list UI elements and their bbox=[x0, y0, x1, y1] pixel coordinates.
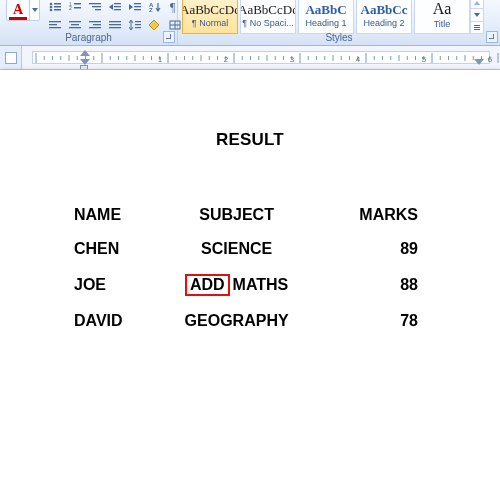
document-page[interactable]: RESULT NAME SUBJECT MARKS CHENSCIENCE89J… bbox=[0, 70, 500, 500]
increase-indent-button[interactable] bbox=[126, 0, 144, 15]
ribbon-group-styles: AaBbCcDc¶ NormalAaBbCcDc¶ No Spaci...AaB… bbox=[178, 0, 500, 45]
svg-rect-16 bbox=[134, 3, 141, 4]
ribbon: A 12 bbox=[0, 0, 500, 46]
style-chip[interactable]: AaBbCHeading 1 bbox=[298, 0, 354, 34]
justify-button[interactable] bbox=[106, 17, 124, 33]
style-chip[interactable]: AaBbCcDc¶ No Spaci... bbox=[240, 0, 296, 34]
svg-rect-28 bbox=[89, 21, 101, 22]
align-center-button[interactable] bbox=[66, 17, 84, 33]
svg-rect-22 bbox=[49, 21, 61, 22]
svg-rect-32 bbox=[109, 24, 121, 25]
svg-rect-33 bbox=[109, 27, 121, 28]
gallery-down[interactable] bbox=[471, 9, 483, 21]
svg-text:¶: ¶ bbox=[170, 1, 176, 13]
svg-rect-25 bbox=[69, 21, 81, 22]
svg-rect-23 bbox=[49, 24, 57, 25]
cell-subject: ADDMATHS bbox=[154, 266, 320, 304]
table-row: DAVIDGEOGRAPHY78 bbox=[70, 304, 430, 338]
decrease-indent-button[interactable] bbox=[106, 0, 124, 15]
sort-button[interactable]: AZ bbox=[146, 0, 164, 15]
style-preview: AaBbC bbox=[305, 3, 346, 16]
group-label-styles: Styles bbox=[182, 32, 496, 45]
ruler-tab-selector[interactable] bbox=[0, 46, 22, 69]
cell-marks: 88 bbox=[319, 266, 430, 304]
svg-rect-35 bbox=[135, 24, 141, 25]
svg-rect-3 bbox=[54, 6, 61, 8]
result-table: NAME SUBJECT MARKS CHENSCIENCE89JOEADDMA… bbox=[70, 198, 430, 338]
styles-gallery: AaBbCcDc¶ NormalAaBbCcDc¶ No Spaci...AaB… bbox=[182, 0, 470, 34]
svg-rect-17 bbox=[134, 6, 141, 7]
svg-text:1: 1 bbox=[158, 55, 163, 64]
align-left-button[interactable] bbox=[46, 17, 64, 33]
svg-rect-11 bbox=[92, 6, 101, 7]
line-spacing-button[interactable] bbox=[126, 17, 144, 33]
svg-rect-1 bbox=[54, 3, 61, 5]
style-name: Heading 2 bbox=[363, 18, 404, 28]
style-name: ¶ Normal bbox=[192, 18, 228, 28]
col-header-marks: MARKS bbox=[319, 198, 430, 232]
svg-rect-7 bbox=[74, 3, 81, 5]
styles-gallery-scroll[interactable] bbox=[470, 0, 484, 34]
svg-rect-12 bbox=[95, 9, 101, 10]
table-row: CHENSCIENCE89 bbox=[70, 232, 430, 266]
svg-text:Z: Z bbox=[149, 7, 153, 12]
svg-point-0 bbox=[50, 3, 53, 6]
cell-marks: 89 bbox=[319, 232, 430, 266]
style-name: Heading 1 bbox=[305, 18, 346, 28]
svg-text:3: 3 bbox=[290, 55, 295, 64]
svg-rect-31 bbox=[109, 21, 121, 22]
style-name: Title bbox=[434, 19, 451, 29]
document-workspace: RESULT NAME SUBJECT MARKS CHENSCIENCE89J… bbox=[0, 70, 500, 500]
cell-name: CHEN bbox=[70, 232, 154, 266]
svg-rect-24 bbox=[49, 27, 61, 28]
font-color-icon: A bbox=[7, 2, 29, 18]
styles-dialog-launcher[interactable] bbox=[486, 31, 498, 43]
document-title: RESULT bbox=[70, 130, 430, 150]
style-preview: AaBbCc bbox=[361, 3, 408, 16]
svg-rect-14 bbox=[114, 6, 121, 7]
style-chip[interactable]: AaBbCcDc¶ Normal bbox=[182, 0, 238, 34]
highlight-annotation: ADD bbox=[185, 274, 230, 296]
paragraph-dialog-launcher[interactable] bbox=[163, 31, 175, 43]
gallery-up[interactable] bbox=[471, 0, 483, 9]
svg-rect-36 bbox=[135, 27, 141, 28]
group-label-paragraph: Paragraph bbox=[4, 32, 173, 45]
style-name: ¶ No Spaci... bbox=[242, 18, 293, 28]
svg-rect-18 bbox=[134, 9, 141, 10]
cell-name: JOE bbox=[70, 266, 154, 304]
table-row: JOEADDMATHS88 bbox=[70, 266, 430, 304]
ribbon-group-paragraph: A 12 bbox=[0, 0, 178, 45]
svg-rect-26 bbox=[71, 24, 79, 25]
ruler-bar: 123456 bbox=[0, 46, 500, 70]
style-chip[interactable]: AaBbCcHeading 2 bbox=[356, 0, 412, 34]
style-chip[interactable]: AaTitle bbox=[414, 0, 470, 34]
svg-rect-13 bbox=[114, 3, 121, 4]
multilevel-list-button[interactable] bbox=[86, 0, 104, 15]
numbering-button[interactable]: 12 bbox=[66, 0, 84, 15]
font-color-button[interactable]: A bbox=[6, 0, 40, 21]
svg-point-4 bbox=[50, 9, 53, 12]
right-indent-marker[interactable] bbox=[474, 59, 484, 65]
horizontal-ruler[interactable]: 123456 bbox=[22, 46, 500, 69]
font-color-dropdown[interactable] bbox=[29, 0, 39, 20]
svg-point-2 bbox=[50, 6, 53, 9]
table-header-row: NAME SUBJECT MARKS bbox=[70, 198, 430, 232]
svg-rect-27 bbox=[69, 27, 81, 28]
left-indent-marker[interactable] bbox=[80, 65, 88, 69]
svg-text:2: 2 bbox=[69, 5, 72, 11]
col-header-subject: SUBJECT bbox=[154, 198, 320, 232]
align-right-button[interactable] bbox=[86, 17, 104, 33]
shading-button[interactable] bbox=[146, 17, 164, 33]
cell-subject: GEOGRAPHY bbox=[154, 304, 320, 338]
first-line-indent-marker[interactable] bbox=[80, 50, 90, 56]
svg-text:5: 5 bbox=[422, 55, 427, 64]
svg-text:4: 4 bbox=[356, 55, 361, 64]
cell-subject: SCIENCE bbox=[154, 232, 320, 266]
bullets-button[interactable] bbox=[46, 0, 64, 15]
style-preview: AaBbCcDc bbox=[240, 3, 296, 16]
svg-rect-30 bbox=[89, 27, 101, 28]
svg-rect-5 bbox=[54, 9, 61, 11]
svg-rect-15 bbox=[114, 9, 121, 10]
style-preview: AaBbCcDc bbox=[182, 3, 238, 16]
svg-rect-34 bbox=[135, 21, 141, 22]
